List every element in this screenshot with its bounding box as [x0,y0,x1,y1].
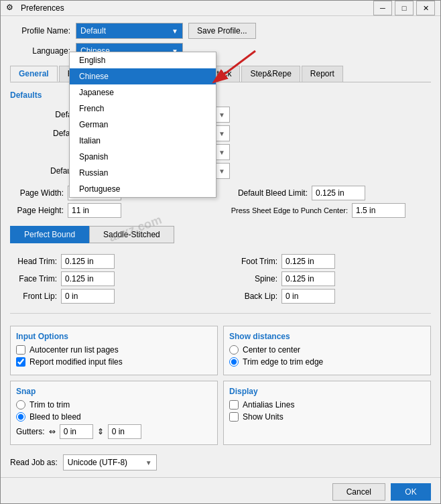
head-trim-label: Head Trim: [10,257,57,266]
language-option-french[interactable]: French [70,101,216,117]
antialias-row: Antialias Lines [229,400,425,410]
face-trim-input[interactable] [61,271,115,286]
bleed-to-bleed-radio[interactable] [16,412,25,422]
profile-dropdown-arrow: ▼ [172,27,178,35]
display-title: Display [229,387,425,396]
default-bleed-input[interactable] [312,186,365,200]
antialias-label: Antialias Lines [243,400,294,410]
maximize-button[interactable]: □ [395,1,414,15]
close-button[interactable]: ✕ [416,1,435,15]
cancel-button[interactable]: Cancel [332,483,385,501]
read-job-value: Unicode (UTF-8) [68,458,127,467]
report-modified-row: Report modified input files [16,357,212,367]
default-pro-arrow: ▼ [218,168,225,175]
press-sheet-row: Press Sheet Edge to Punch Center: [227,203,431,218]
language-option-japanese[interactable]: Japanese [70,84,216,101]
press-sheet-input[interactable] [352,203,405,218]
title-bar: ⚙ Preferences ─ □ ✕ [1,1,440,16]
spine-row: Spine: [231,271,431,286]
report-modified-checkbox[interactable] [16,357,25,367]
footer: Cancel OK [1,477,440,504]
bleed-to-bleed-row: Bleed to bleed [16,412,212,422]
report-modified-label: Report modified input files [29,357,123,367]
language-option-english[interactable]: English [70,52,216,68]
language-option-russian[interactable]: Russian [70,165,216,181]
gutters-label: Gutters: [16,427,45,436]
default-bir-arrow: ▼ [218,130,225,137]
foot-trim-row: Foot Trim: [231,254,431,269]
show-units-label: Show Units [243,412,284,422]
center-to-center-radio[interactable] [229,345,239,355]
back-lip-input[interactable] [281,289,335,304]
preferences-window: ⚙ Preferences ─ □ ✕ Profile Name: Defaul… [0,0,441,504]
front-lip-input[interactable] [61,289,115,304]
page-width-label: Page Width: [10,188,64,198]
default-w-arrow: ▼ [218,111,225,119]
minimize-button[interactable]: ─ [373,1,392,15]
autocenter-label: Autocenter run list pages [29,345,119,355]
binding-buttons: Perfect Bound Saddle-Stitched [10,226,431,243]
saddle-stitched-button[interactable]: Saddle-Stitched [89,226,174,243]
trim-fields-grid: Head Trim: Foot Trim: Face Trim: Spine: … [10,254,431,304]
language-label: Language: [10,46,70,56]
trim-to-trim-radio[interactable] [16,400,25,410]
gutters-input-2[interactable] [108,424,141,439]
head-trim-input[interactable] [61,254,115,269]
antialias-checkbox[interactable] [229,400,239,410]
default-d-arrow: ▼ [218,149,225,156]
trim-to-trim-row: Trim to trim [16,400,212,410]
face-trim-label: Face Trim: [10,274,57,284]
foot-trim-input[interactable] [281,254,335,269]
show-distances-title: Show distances [229,332,425,341]
tab-step-repeat[interactable]: Step&Repe [241,66,300,82]
trim-edge-row: Trim edge to trim edge [229,357,425,367]
foot-trim-label: Foot Trim: [231,257,277,266]
trim-edge-label: Trim edge to trim edge [243,357,323,367]
gutters-input-1[interactable] [60,424,93,439]
language-option-italian[interactable]: Italian [70,133,216,149]
separator-1 [10,313,431,314]
face-trim-row: Face Trim: [10,271,210,286]
tab-general[interactable]: General [10,66,58,82]
read-job-label: Read Job as: [10,458,58,467]
back-lip-label: Back Lip: [231,292,277,301]
save-profile-button[interactable]: Save Profile... [188,23,256,39]
ok-button[interactable]: OK [391,483,431,501]
autocenter-row: Autocenter run list pages [16,345,212,355]
language-option-german[interactable]: German [70,117,216,133]
language-option-chinese[interactable]: Chinese [70,68,216,84]
spine-input[interactable] [281,271,335,286]
default-bleed-row: Default Bleed Limit: [227,186,431,200]
center-to-center-label: Center to center [243,345,300,355]
input-options-panel: Input Options Autocenter run list pages … [10,326,218,375]
snap-title: Snap [16,387,212,396]
show-units-checkbox[interactable] [229,412,239,422]
display-panel: Display Antialias Lines Show Units [223,381,431,445]
profile-name-row: Profile Name: Default ▼ Save Profile... [10,23,431,39]
language-dropdown-menu: English Chinese Japanese French German I… [69,52,216,198]
front-lip-row: Front Lip: [10,289,210,304]
language-option-portuguese[interactable]: Portuguese [70,181,216,197]
trim-to-trim-label: Trim to trim [29,400,70,410]
language-option-spanish[interactable]: Spanish [70,149,216,165]
back-lip-row: Back Lip: [231,289,431,304]
profile-name-dropdown[interactable]: Default ▼ [76,23,183,39]
window-title: Preferences [21,3,373,13]
spine-label: Spine: [231,274,277,284]
show-units-row: Show Units [229,412,425,422]
page-height-label: Page Height: [10,206,64,215]
bleed-to-bleed-label: Bleed to bleed [29,412,81,422]
front-lip-label: Front Lip: [10,292,57,301]
default-bleed-label: Default Bleed Limit: [227,188,308,198]
autocenter-checkbox[interactable] [16,345,25,355]
show-distances-panel: Show distances Center to center Trim edg… [223,326,431,375]
read-job-row: Read Job as: Unicode (UTF-8) ▼ [10,454,431,470]
tab-report[interactable]: Report [302,66,343,82]
trim-edge-radio[interactable] [229,357,239,367]
page-height-row: Page Height: [10,203,214,218]
perfect-bound-button[interactable]: Perfect Bound [10,226,89,243]
center-to-center-row: Center to center [229,345,425,355]
head-trim-row: Head Trim: [10,254,210,269]
read-job-dropdown[interactable]: Unicode (UTF-8) ▼ [63,454,157,470]
page-height-input[interactable] [68,203,121,218]
